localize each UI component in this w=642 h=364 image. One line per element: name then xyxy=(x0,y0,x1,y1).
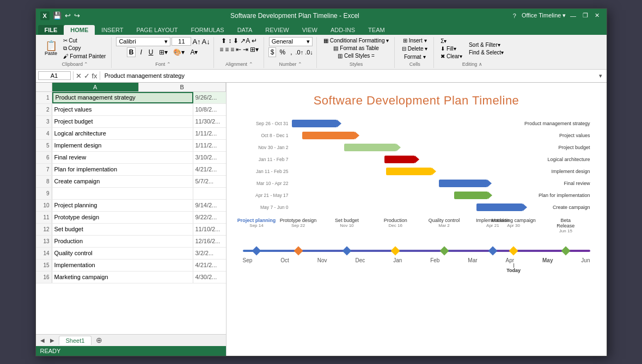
cell-b2[interactable]: 10/8/2... xyxy=(193,104,226,115)
table-row[interactable]: 7 Plan for implementation 4/21/2... xyxy=(36,164,226,176)
decrease-font-size[interactable]: A↓ xyxy=(202,38,210,46)
italic-button[interactable]: I xyxy=(138,47,144,57)
cell-a11[interactable]: Prototype design xyxy=(52,212,193,223)
cell-a1[interactable]: Product management strategy xyxy=(52,92,193,103)
table-row[interactable]: 13 Production 12/16/2... xyxy=(36,236,226,248)
font-color-button[interactable]: A▾ xyxy=(188,48,199,57)
comma-format[interactable]: , xyxy=(289,48,294,57)
table-row[interactable]: 14 Quality control 3/2/2... xyxy=(36,248,226,260)
table-row[interactable]: 2 Project values 10/8/2... xyxy=(36,104,226,116)
cell-b7[interactable]: 4/21/2... xyxy=(193,164,226,175)
cell-a3[interactable]: Project budget xyxy=(52,116,193,127)
align-bottom[interactable]: ⬇ xyxy=(233,37,239,45)
sort-filter-button[interactable]: Sort & Filter▾ xyxy=(467,41,506,48)
cell-a2[interactable]: Project values xyxy=(52,104,193,115)
tab-data[interactable]: DATA xyxy=(231,25,259,35)
table-row[interactable]: 1 Product management strategy 9/26/2... xyxy=(36,92,226,104)
close-button[interactable]: ✕ xyxy=(592,11,602,21)
accounting-format[interactable]: $ xyxy=(268,47,277,57)
cell-b9[interactable] xyxy=(193,188,226,199)
format-cells-button[interactable]: Format ▾ xyxy=(402,53,428,60)
cancel-formula-icon[interactable]: ✕ xyxy=(76,72,82,80)
cell-a14[interactable]: Quality control xyxy=(52,248,193,259)
insert-function-icon[interactable]: fx xyxy=(92,72,97,80)
tab-addins[interactable]: ADD-INS xyxy=(324,25,362,35)
cell-b15[interactable]: 4/21/2... xyxy=(193,260,226,271)
cell-a4[interactable]: Logical architecture xyxy=(52,128,193,139)
paste-button[interactable]: 📋 Paste xyxy=(42,40,60,57)
next-sheet[interactable]: ▶ xyxy=(48,337,57,344)
insert-cells-button[interactable]: ⊞ Insert ▾ xyxy=(401,37,429,44)
table-row[interactable]: 4 Logical architecture 1/11/2... xyxy=(36,128,226,140)
table-row[interactable]: 3 Project budget 11/30/2... xyxy=(36,116,226,128)
tab-formulas[interactable]: FORMULAS xyxy=(185,25,231,35)
tab-team[interactable]: TEAM xyxy=(362,25,392,35)
number-format-selector[interactable]: General ▾ xyxy=(269,37,313,46)
confirm-formula-icon[interactable]: ✓ xyxy=(84,72,90,80)
office-timeline-badge[interactable]: Office Timeline ▾ xyxy=(522,12,566,19)
cut-button[interactable]: ✂ Cut xyxy=(61,37,108,44)
col-header-b[interactable]: B xyxy=(139,83,226,91)
sheet-tab-sheet1[interactable]: Sheet1 xyxy=(59,336,92,345)
cell-b11[interactable]: 9/22/2... xyxy=(193,212,226,223)
help-button[interactable]: ? xyxy=(510,11,519,21)
increase-indent[interactable]: ⇥ xyxy=(243,46,248,53)
tab-home[interactable]: HOME xyxy=(64,25,95,35)
table-row[interactable]: 10 Project planning 9/14/2... xyxy=(36,200,226,212)
delete-cells-button[interactable]: ⊟ Delete ▾ xyxy=(400,45,430,52)
table-row[interactable]: 8 Create campaign 5/7/2... xyxy=(36,176,226,188)
cell-reference-box[interactable]: A1 xyxy=(38,71,71,80)
tab-file[interactable]: FILE xyxy=(38,25,64,35)
increase-decimal[interactable]: .0↑ xyxy=(295,49,303,55)
align-center[interactable]: ≡ xyxy=(225,46,229,53)
cell-a16[interactable]: Marketing campaign xyxy=(52,272,193,283)
font-name-selector[interactable]: Calibri ▾ xyxy=(116,37,170,46)
cell-a6[interactable]: Final review xyxy=(52,152,193,163)
font-size-selector[interactable]: 11 xyxy=(172,37,191,46)
increase-font-size[interactable]: A↑ xyxy=(192,38,200,46)
conditional-formatting-button[interactable]: ▦ Conditional Formatting ▾ xyxy=(321,37,391,44)
cell-b16[interactable]: 4/30/2... xyxy=(193,272,226,283)
underline-button[interactable]: U xyxy=(146,47,156,57)
percent-format[interactable]: % xyxy=(278,48,287,57)
formula-dropdown[interactable]: ▾ xyxy=(599,72,604,79)
cell-a7[interactable]: Plan for implementation xyxy=(52,164,193,175)
cell-b13[interactable]: 12/16/2... xyxy=(193,236,226,247)
bold-button[interactable]: B xyxy=(127,47,136,57)
cell-b1[interactable]: 9/26/2... xyxy=(193,92,226,103)
cell-b8[interactable]: 5/7/2... xyxy=(193,176,226,187)
decrease-indent[interactable]: ⇤ xyxy=(236,46,241,53)
find-select-button[interactable]: Find & Select▾ xyxy=(467,49,506,56)
align-top[interactable]: ⬆ xyxy=(221,37,227,45)
decrease-decimal[interactable]: .0↓ xyxy=(305,49,313,55)
table-row[interactable]: 12 Set budget 11/10/2... xyxy=(36,224,226,236)
add-sheet-button[interactable]: ⊕ xyxy=(91,335,107,346)
table-row[interactable]: 15 Implementation 4/21/2... xyxy=(36,260,226,272)
cell-b3[interactable]: 11/30/2... xyxy=(193,116,226,127)
cell-b14[interactable]: 3/2/2... xyxy=(193,248,226,259)
align-left[interactable]: ≡ xyxy=(219,46,223,53)
clear-button[interactable]: ✖ Clear▾ xyxy=(438,53,464,60)
border-button[interactable]: ⊞▾ xyxy=(157,48,169,57)
fill-button[interactable]: ⬇ Fill▾ xyxy=(438,45,464,52)
cell-styles-button[interactable]: ▥ Cell Styles = xyxy=(335,52,377,59)
cell-b5[interactable]: 1/11/2... xyxy=(193,140,226,151)
tab-page-layout[interactable]: PAGE LAYOUT xyxy=(130,25,184,35)
align-middle[interactable]: ↕ xyxy=(228,37,231,45)
merge-center[interactable]: ⊞▾ xyxy=(250,46,259,53)
quick-access-redo[interactable]: ↪ xyxy=(74,11,80,20)
cell-a8[interactable]: Create campaign xyxy=(52,176,193,187)
cell-a13[interactable]: Production xyxy=(52,236,193,247)
table-row[interactable]: 11 Prototype design 9/22/2... xyxy=(36,212,226,224)
table-row[interactable]: 16 Marketing campaign 4/30/2... xyxy=(36,272,226,283)
cell-a12[interactable]: Set budget xyxy=(52,224,193,235)
quick-access-save[interactable]: 💾 xyxy=(53,11,62,20)
prev-sheet[interactable]: ◀ xyxy=(38,337,47,344)
maximize-button[interactable]: ❐ xyxy=(580,11,590,21)
tab-insert[interactable]: INSERT xyxy=(95,25,130,35)
cell-a5[interactable]: Implement design xyxy=(52,140,193,151)
tab-review[interactable]: REVIEW xyxy=(259,25,295,35)
align-right[interactable]: ≡ xyxy=(230,46,234,53)
col-header-a[interactable]: A xyxy=(52,83,139,91)
tab-view[interactable]: VIEW xyxy=(296,25,324,35)
